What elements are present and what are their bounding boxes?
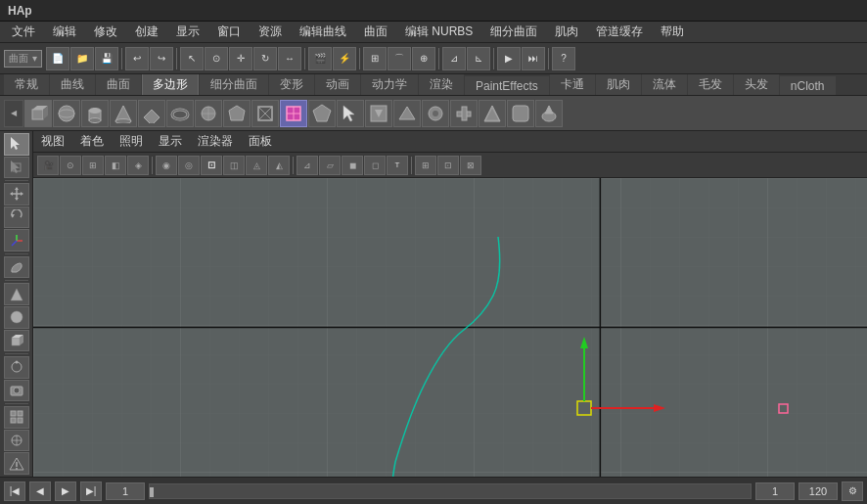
- snap-curve[interactable]: ⌒: [388, 47, 411, 70]
- shelf-shape10[interactable]: [535, 100, 563, 127]
- redo-btn[interactable]: ↪: [150, 47, 173, 70]
- tab-curve[interactable]: 曲线: [50, 74, 95, 95]
- vp-menu-shading[interactable]: 着色: [76, 133, 108, 150]
- box-tool-btn[interactable]: [4, 330, 29, 352]
- move-tool-btn[interactable]: [4, 183, 29, 206]
- vp-icon-1[interactable]: 🎥: [37, 156, 59, 175]
- tab-muscle[interactable]: 肌肉: [596, 74, 641, 95]
- snap-grid[interactable]: ⊞: [363, 47, 387, 70]
- vp-icon-2[interactable]: ⊙: [60, 156, 81, 175]
- rotate-tool-btn[interactable]: [4, 206, 29, 229]
- tool-2[interactable]: [4, 157, 29, 179]
- vp-menu-panel[interactable]: 面板: [245, 133, 276, 150]
- shelf-torus[interactable]: [166, 100, 194, 127]
- menu-item-曲面[interactable]: 曲面: [356, 22, 395, 42]
- tab-hair[interactable]: 头发: [734, 74, 779, 95]
- shelf-shape2[interactable]: [251, 100, 279, 127]
- menu-item-帮助[interactable]: 帮助: [653, 22, 692, 42]
- shelf-cylinder[interactable]: [81, 100, 109, 127]
- shelf-shape7[interactable]: [450, 100, 478, 127]
- tab-ncloth[interactable]: nCloth: [780, 76, 836, 95]
- keyframe-prev[interactable]: |◀: [4, 481, 25, 501]
- vp-menu-view[interactable]: 视图: [37, 133, 68, 150]
- shelf-shape4[interactable]: [365, 100, 392, 127]
- menu-item-管道缓存[interactable]: 管道缓存: [588, 22, 651, 42]
- play-back[interactable]: ◀: [29, 481, 51, 501]
- menu-item-修改[interactable]: 修改: [86, 22, 125, 42]
- menu-item-文件[interactable]: 文件: [4, 22, 43, 42]
- menu-item-肌肉[interactable]: 肌肉: [547, 22, 586, 42]
- render-btn[interactable]: 🎬: [308, 47, 332, 70]
- paint-skin-btn[interactable]: [4, 256, 29, 279]
- vp-icon-12[interactable]: ▱: [319, 156, 341, 175]
- menu-item-细分曲面[interactable]: 细分曲面: [482, 22, 545, 42]
- input-ops[interactable]: ⊿: [442, 47, 466, 70]
- menu-item-编辑[interactable]: 编辑: [45, 22, 84, 42]
- shelf-left-arrow[interactable]: ◀: [4, 100, 23, 127]
- vp-menu-show[interactable]: 显示: [155, 133, 186, 150]
- vp-icon-T[interactable]: T: [387, 156, 408, 175]
- move-btn[interactable]: ✛: [229, 47, 252, 70]
- open-btn[interactable]: 📁: [70, 47, 94, 70]
- shelf-shape8[interactable]: [479, 100, 506, 127]
- vp-icon-4[interactable]: ◧: [105, 156, 126, 175]
- snap-point[interactable]: ⊕: [412, 47, 435, 70]
- range-start[interactable]: [755, 482, 795, 500]
- scale-btn[interactable]: ↔: [278, 47, 301, 70]
- tab-subdiv[interactable]: 细分曲面: [200, 74, 268, 95]
- undo-btn[interactable]: ↩: [125, 47, 149, 70]
- shelf-shape3[interactable]: [308, 100, 336, 127]
- cone-tool-btn[interactable]: [4, 283, 29, 305]
- ipr-btn[interactable]: ⚡: [333, 47, 356, 70]
- select-tool-btn[interactable]: [4, 133, 29, 156]
- vp-icon-6[interactable]: ◉: [156, 156, 177, 175]
- vp-icon-15[interactable]: ⊞: [415, 156, 436, 175]
- help-btn[interactable]: ?: [552, 47, 575, 70]
- play-fwd[interactable]: ▶: [55, 481, 76, 501]
- tab-toon[interactable]: 卡通: [550, 74, 595, 95]
- vp-icon-13[interactable]: ◼: [342, 156, 363, 175]
- vp-menu-lighting[interactable]: 照明: [115, 133, 147, 150]
- anim-prefs[interactable]: ⚙: [842, 481, 863, 501]
- tab-polygon[interactable]: 多边形: [142, 74, 199, 95]
- menu-item-编辑曲线[interactable]: 编辑曲线: [292, 22, 354, 42]
- select-btn[interactable]: ↖: [180, 47, 204, 70]
- tab-deform[interactable]: 变形: [269, 74, 314, 95]
- menu-item-窗口[interactable]: 窗口: [209, 22, 249, 42]
- shelf-shape9[interactable]: [507, 100, 534, 127]
- sphere-tool-btn[interactable]: [4, 306, 29, 329]
- new-btn[interactable]: 📄: [46, 47, 69, 70]
- scale-tool-btn[interactable]: [4, 229, 29, 252]
- tab-dynamics[interactable]: 动力学: [361, 74, 418, 95]
- tab-surface[interactable]: 曲面: [96, 74, 141, 95]
- menu-item-显示[interactable]: 显示: [168, 22, 207, 42]
- shelf-highlighted[interactable]: [280, 100, 307, 127]
- vp-icon-checker[interactable]: ⊡: [201, 156, 222, 175]
- vp-icon-10[interactable]: ◭: [268, 156, 290, 175]
- shelf-plane[interactable]: [138, 100, 165, 127]
- range-end[interactable]: [799, 482, 838, 500]
- tool-13[interactable]: [4, 452, 29, 475]
- tab-render[interactable]: 渲染: [419, 74, 464, 95]
- viewport-canvas[interactable]: [33, 178, 867, 477]
- anim-btn[interactable]: ▶: [497, 47, 521, 70]
- vp-icon-7[interactable]: ◎: [178, 156, 200, 175]
- vp-icon-8[interactable]: ◫: [223, 156, 245, 175]
- tool-12[interactable]: [4, 430, 29, 452]
- shelf-shape6[interactable]: [422, 100, 449, 127]
- timeline-range[interactable]: [149, 483, 752, 499]
- tab-fluid[interactable]: 流体: [642, 74, 687, 95]
- shelf-shape1[interactable]: [223, 100, 251, 127]
- output-ops[interactable]: ⊾: [467, 47, 490, 70]
- keyframe-next[interactable]: ▶|: [80, 481, 102, 501]
- vp-icon-9[interactable]: ◬: [246, 156, 267, 175]
- rotate-btn[interactable]: ↻: [253, 47, 277, 70]
- vp-icon-17[interactable]: ⊠: [460, 156, 481, 175]
- viewport[interactable]: 视图 着色 照明 显示 渲染器 面板 🎥 ⊙ ⊞ ◧ ◈: [33, 131, 867, 477]
- vp-icon-16[interactable]: ⊡: [437, 156, 459, 175]
- tab-paintfx[interactable]: PaintEffects: [465, 76, 549, 95]
- orbit-tool-btn[interactable]: [4, 356, 29, 379]
- shelf-shape5[interactable]: [393, 100, 421, 127]
- vp-icon-5[interactable]: ◈: [127, 156, 149, 175]
- tab-anim[interactable]: 动画: [315, 74, 360, 95]
